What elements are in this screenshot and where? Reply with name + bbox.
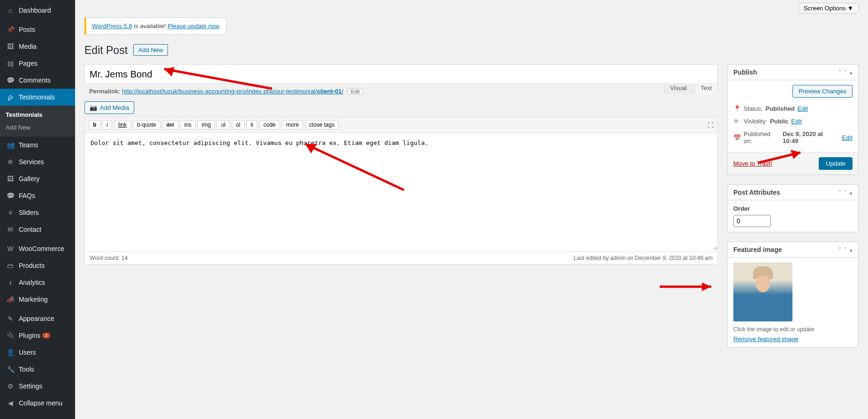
plugins-icon: 🔌 (6, 331, 15, 340)
update-now-link[interactable]: Please update now (168, 23, 219, 30)
camera-icon: 📷 (90, 104, 97, 111)
sidebar-item-analytics[interactable]: ⫾Analytics (0, 274, 75, 291)
panel-down-icon[interactable]: ˅ (844, 247, 847, 253)
featured-image-thumbnail[interactable] (733, 262, 792, 321)
featured-hint: Click the image to edit or update (733, 326, 853, 333)
visibility-row: 👁 Visibility: Public Edit (733, 115, 853, 128)
sidebar-item-pages[interactable]: ▤Pages (0, 55, 75, 72)
marketing-icon: 📣 (6, 295, 15, 304)
page-title: Edit Post (84, 44, 128, 57)
sidebar-item-faqs[interactable]: 💬FAQs (0, 187, 75, 204)
panel-toggle-icon[interactable]: ▴ (850, 69, 853, 76)
edit-slug-button[interactable]: Edit (347, 88, 364, 95)
quicktag-i[interactable]: i (102, 120, 112, 130)
sidebar-item-label: Pages (19, 60, 38, 67)
sidebar-item-sliders[interactable]: ≡Sliders (0, 204, 75, 221)
sidebar-item-contact[interactable]: ✉Contact (0, 221, 75, 238)
main-content: Screen Options ▼ WordPress 5.6 is availa… (75, 0, 868, 376)
sidebar-column: Publish ˄ ˅ ▴ Preview Changes 📍 Status: … (727, 64, 859, 357)
calendar-icon: 📅 (733, 134, 741, 141)
panel-toggle-icon[interactable]: ▴ (850, 190, 853, 196)
quicktag-code[interactable]: code (259, 120, 280, 130)
sidebar-item-label: Analytics (19, 279, 45, 286)
quicktag-del[interactable]: del (162, 120, 178, 130)
media-icon: 🖼 (6, 42, 15, 51)
sidebar-item-dashboard[interactable]: ⌂Dashboard (0, 2, 75, 19)
sidebar-item-products[interactable]: 🗃Products (0, 257, 75, 274)
sidebar-item-testimonials[interactable]: ⌮Testimonials (0, 89, 75, 106)
quicktag-ul[interactable]: ul (217, 120, 229, 130)
publish-title: Publish (733, 69, 757, 76)
move-to-trash-link[interactable]: Move to Trash (733, 160, 772, 167)
comments-icon: 💬 (6, 76, 15, 85)
sidebar-item-users[interactable]: 👤Users (0, 344, 75, 361)
panel-up-icon[interactable]: ˄ (838, 247, 841, 253)
sidebar-item-plugins[interactable]: 🔌Plugins3 (0, 327, 75, 344)
quicktag-more[interactable]: more (282, 120, 303, 130)
quicktag-li[interactable]: li (246, 120, 257, 130)
order-label: Order (733, 205, 853, 212)
sidebar-item-gallery[interactable]: 🖼Gallery (0, 170, 75, 187)
visibility-value: Public (770, 118, 788, 125)
sidebar-item-label: Plugins (19, 332, 40, 339)
edit-status-link[interactable]: Edit (798, 105, 808, 112)
quicktag-b[interactable]: b (89, 120, 100, 130)
quicktag-b-quote[interactable]: b-quote (133, 120, 160, 130)
services-icon: ✲ (6, 157, 15, 167)
sidebar-item-posts[interactable]: 📌Posts (0, 21, 75, 38)
post-content-textarea[interactable]: Dolor sit amet, consectetur adipiscing e… (85, 133, 717, 250)
sidebar-item-teams[interactable]: 👥Teams (0, 137, 75, 153)
sliders-icon: ≡ (6, 208, 15, 217)
edit-visibility-link[interactable]: Edit (791, 118, 801, 125)
permalink-row: Permalink: http://localhost/luzuk/busine… (84, 84, 718, 96)
sidebar-item-media[interactable]: 🖼Media (0, 38, 75, 55)
submenu-item-add-new[interactable]: Add New (0, 121, 75, 134)
quicktag-link[interactable]: link (114, 120, 131, 130)
quicktag-img[interactable]: img (198, 120, 215, 130)
attributes-title: Post Attributes (733, 189, 780, 196)
panel-up-icon[interactable]: ˄ (838, 69, 841, 76)
status-row: 📍 Status: Published Edit (733, 102, 853, 115)
preview-changes-button[interactable]: Preview Changes (792, 85, 853, 98)
sidebar-item-services[interactable]: ✲Services (0, 153, 75, 170)
status-value: Published (765, 105, 794, 112)
sidebar-item-label: Services (19, 158, 44, 166)
edit-date-link[interactable]: Edit (842, 134, 853, 141)
order-input[interactable] (733, 215, 771, 227)
published-value: Dec 9, 2020 at 10:49 (783, 130, 839, 145)
panel-up-icon[interactable]: ˄ (838, 190, 841, 196)
status-label: Status: (744, 105, 762, 112)
fullscreen-icon[interactable]: ⛶ (708, 122, 714, 129)
sidebar-item-woocommerce[interactable]: WWooCommerce (0, 240, 75, 257)
editor-column: Permalink: http://localhost/luzuk/busine… (84, 64, 718, 357)
tools-icon: 🔧 (6, 365, 15, 374)
permalink-url[interactable]: http://localhost/luzuk/business-accounti… (122, 88, 343, 95)
add-new-button[interactable]: Add New (133, 44, 168, 56)
sidebar-item-appearance[interactable]: ✎Appearance (0, 310, 75, 327)
featured-image-box: Featured image ˄ ˅ ▴ Click the image to … (727, 242, 859, 348)
notice-mid-text: is available! (132, 23, 168, 30)
wp-version-link[interactable]: WordPress 5.6 (92, 23, 132, 30)
update-button[interactable]: Update (819, 157, 853, 170)
sidebar-item-label: Posts (19, 26, 35, 33)
eye-icon: 👁 (733, 118, 741, 125)
panel-down-icon[interactable]: ˅ (844, 190, 847, 196)
products-icon: 🗃 (6, 261, 15, 270)
remove-featured-image-link[interactable]: Remove featured image (733, 335, 799, 343)
sidebar-item-tools[interactable]: 🔧Tools (0, 361, 75, 376)
panel-down-icon[interactable]: ˅ (844, 69, 847, 76)
panel-toggle-icon[interactable]: ▴ (850, 247, 853, 253)
sidebar-item-label: Sliders (19, 209, 39, 216)
quicktag-ins[interactable]: ins (180, 120, 196, 130)
quicktag-close-tags[interactable]: close tags (305, 120, 339, 130)
add-media-button[interactable]: 📷 Add Media (84, 101, 134, 114)
sidebar-item-marketing[interactable]: 📣Marketing (0, 291, 75, 308)
submenu-item-testimonials[interactable]: Testimonials (0, 108, 75, 121)
post-title-input[interactable] (84, 64, 718, 84)
woocommerce-icon: W (6, 244, 15, 253)
screen-options-button[interactable]: Screen Options ▼ (799, 3, 859, 14)
sidebar-item-label: Tools (19, 366, 34, 373)
sidebar-item-label: WooCommerce (19, 245, 64, 252)
sidebar-item-comments[interactable]: 💬Comments (0, 72, 75, 89)
quicktag-ol[interactable]: ol (232, 120, 244, 130)
